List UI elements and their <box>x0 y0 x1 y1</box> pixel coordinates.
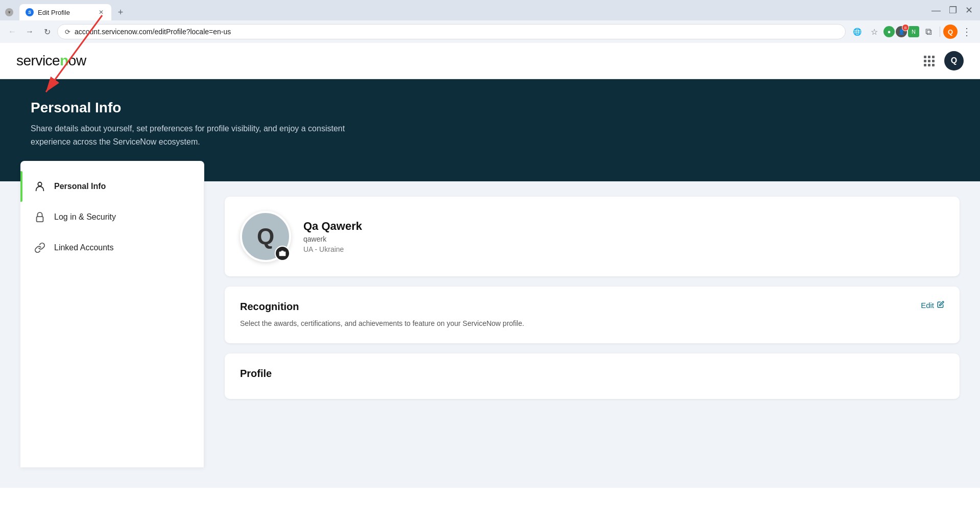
translate-button[interactable]: 🌐 <box>849 23 865 40</box>
url-input[interactable] <box>75 28 838 36</box>
recognition-card: Recognition Select the awards, certifica… <box>225 287 960 343</box>
banner-description: Share details about yourself, set prefer… <box>31 122 378 148</box>
recognition-edit-link[interactable]: Edit <box>921 301 944 310</box>
extension-red-wrapper: 👤 8 <box>896 26 907 37</box>
close-button[interactable]: ✕ <box>963 5 975 16</box>
sidebar-item-linked-accounts[interactable]: Linked Accounts <box>20 232 204 263</box>
logo: servicenow <box>16 53 86 69</box>
tab-title: Edit Profile <box>38 9 93 16</box>
extensions-button[interactable]: ⧉ <box>920 23 937 40</box>
sidebar: Personal Info Log in & Security <box>20 161 204 467</box>
camera-button[interactable] <box>275 246 290 261</box>
bookmark-button[interactable]: ☆ <box>866 23 882 40</box>
content-area: Q Qa Qawerk qawerk UA - Ukraine <box>204 181 980 488</box>
logo-ow: ow <box>68 53 86 68</box>
svg-rect-3 <box>37 217 43 222</box>
forward-button[interactable]: → <box>22 25 37 39</box>
logo-o: n <box>60 53 68 68</box>
grid-icon <box>924 56 935 66</box>
recognition-title: Recognition <box>240 301 524 313</box>
grid-button[interactable] <box>920 52 938 70</box>
recognition-edit-label: Edit <box>921 301 934 310</box>
recognition-card-header: Recognition Select the awards, certifica… <box>240 301 944 329</box>
main-layout: Personal Info Log in & Security <box>0 181 980 488</box>
sidebar-label-login-security: Log in & Security <box>54 212 116 222</box>
extension-badge: 8 <box>902 24 909 31</box>
extension-n[interactable]: N <box>908 26 919 37</box>
nav-bar: ← → ↻ ⟳ 🌐 ☆ ● 👤 8 N ⧉ Q ⋮ <box>0 20 980 43</box>
profile-location: UA - Ukraine <box>303 245 362 253</box>
user-avatar-button[interactable]: Q <box>944 51 964 70</box>
recognition-description: Select the awards, certifications, and a… <box>240 318 524 329</box>
tab-controls: ▾ <box>5 8 13 16</box>
sidebar-label-linked-accounts: Linked Accounts <box>54 243 114 252</box>
profile-full-name: Qa Qawerk <box>303 220 362 233</box>
secure-icon: ⟳ <box>65 28 70 36</box>
profile-card: Q Qa Qawerk qawerk UA - Ukraine <box>225 197 960 276</box>
new-tab-button[interactable]: + <box>113 5 128 19</box>
sidebar-item-personal-info[interactable]: Personal Info <box>20 171 204 202</box>
logo-service: service <box>16 53 60 68</box>
minimize-button[interactable]: — <box>929 5 943 16</box>
maximize-button[interactable]: ❐ <box>947 5 959 16</box>
address-bar[interactable]: ⟳ <box>57 24 846 39</box>
tab-favicon: S <box>26 8 34 16</box>
profile-avatar[interactable]: Q <box>943 25 958 39</box>
sidebar-label-personal-info: Personal Info <box>54 182 106 191</box>
banner-title: Personal Info <box>31 100 949 116</box>
sidebar-item-login-security[interactable]: Log in & Security <box>20 202 204 232</box>
tab-dropdown-button[interactable]: ▾ <box>5 8 13 16</box>
edit-icon <box>937 301 944 310</box>
nav-actions: 🌐 ☆ ● 👤 8 N ⧉ Q ⋮ <box>849 23 975 40</box>
back-button[interactable]: ← <box>5 25 19 39</box>
extension-green[interactable]: ● <box>883 26 895 37</box>
profile-username: qawerk <box>303 235 362 243</box>
tab-close-button[interactable]: ✕ <box>97 8 105 16</box>
profile-section-title: Profile <box>240 368 944 380</box>
window-controls: — ❐ ✕ <box>929 5 975 20</box>
site-header: servicenow Q <box>0 43 980 79</box>
link-icon <box>33 241 47 255</box>
reload-button[interactable]: ↻ <box>40 25 54 39</box>
recognition-text: Recognition Select the awards, certifica… <box>240 301 524 329</box>
lock-icon <box>33 210 47 224</box>
page-wrapper: servicenow Q Personal Info Share details… <box>0 43 980 520</box>
menu-button[interactable]: ⋮ <box>959 23 975 40</box>
active-tab[interactable]: S Edit Profile ✕ <box>19 4 111 20</box>
avatar-wrapper: Q <box>240 211 291 262</box>
divider <box>940 27 940 37</box>
header-actions: Q <box>920 51 964 70</box>
svg-point-2 <box>38 182 41 186</box>
profile-info: Qa Qawerk qawerk UA - Ukraine <box>303 220 362 253</box>
profile-section-card: Profile <box>225 353 960 399</box>
logo-text: servicenow <box>16 53 86 69</box>
person-icon <box>33 179 47 194</box>
browser-chrome: ▾ S Edit Profile ✕ + — ❐ ✕ ← → ↻ ⟳ 🌐 ☆ ● <box>0 0 980 43</box>
tab-bar: ▾ S Edit Profile ✕ + — ❐ ✕ <box>0 0 980 20</box>
